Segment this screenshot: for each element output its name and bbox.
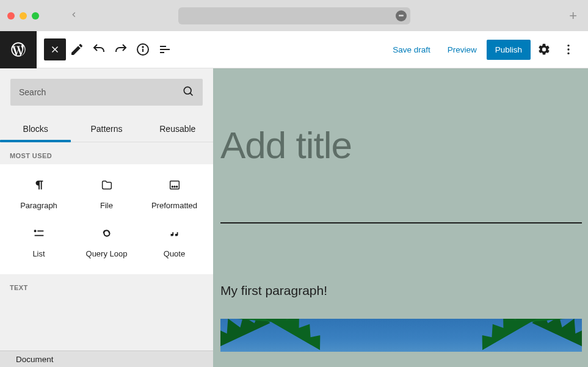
info-icon[interactable]: [132, 38, 154, 60]
editor-canvas[interactable]: Add title My first paragraph!: [213, 68, 588, 367]
block-label: Quote: [164, 249, 185, 258]
block-label: List: [32, 249, 45, 258]
window-minimize-button[interactable]: [20, 12, 27, 20]
svg-point-15: [174, 186, 175, 187]
list-icon: [32, 226, 46, 241]
outline-icon[interactable]: [154, 38, 176, 60]
tab-patterns[interactable]: Patterns: [71, 116, 142, 142]
window-zoom-button[interactable]: [32, 12, 39, 20]
traffic-lights: [7, 12, 39, 20]
palm-right: [490, 319, 582, 352]
wordpress-logo[interactable]: [0, 31, 37, 68]
edit-tool-icon[interactable]: [66, 38, 88, 60]
app-window: ••• + Save draft Preview Publish: [0, 0, 588, 367]
block-grid-most-used: Paragraph File Preformatted: [0, 164, 213, 269]
search-input[interactable]: [19, 87, 182, 97]
svg-point-4: [142, 46, 143, 47]
block-paragraph[interactable]: Paragraph: [5, 167, 73, 215]
document-footer[interactable]: Document: [0, 351, 213, 367]
main-area: Blocks Patterns Reusable MOST USED Parag…: [0, 68, 588, 367]
svg-point-10: [567, 53, 569, 54]
section-text-label: TEXT: [0, 274, 213, 296]
window-titlebar: ••• +: [0, 0, 588, 31]
redo-icon[interactable]: [110, 38, 132, 60]
preview-button[interactable]: Preview: [440, 40, 484, 59]
tab-blocks[interactable]: Blocks: [0, 116, 71, 142]
block-query-loop[interactable]: Query Loop: [73, 215, 140, 263]
paragraph-icon: [32, 178, 46, 192]
block-label: Query Loop: [86, 249, 128, 258]
block-label: Paragraph: [20, 201, 57, 210]
svg-point-14: [172, 186, 173, 187]
block-label: Preformatted: [151, 201, 197, 210]
search-wrapper: [0, 68, 213, 116]
settings-icon[interactable]: [533, 38, 555, 60]
section-most-used-label: MOST USED: [0, 142, 213, 164]
new-tab-button[interactable]: +: [569, 8, 577, 24]
back-chevron-icon[interactable]: [70, 9, 78, 22]
address-bar[interactable]: •••: [178, 7, 410, 24]
most-used-section: Paragraph File Preformatted: [0, 164, 213, 274]
title-underline: [220, 222, 582, 223]
svg-point-9: [567, 48, 569, 50]
file-icon: [100, 178, 114, 192]
more-options-icon[interactable]: [557, 38, 579, 60]
block-quote[interactable]: Quote: [140, 215, 208, 263]
close-inserter-button[interactable]: [44, 38, 66, 60]
image-block[interactable]: [220, 319, 582, 352]
block-list[interactable]: List: [5, 215, 73, 263]
search-icon: [182, 85, 194, 100]
quote-icon: [167, 226, 182, 241]
save-draft-button[interactable]: Save draft: [385, 40, 438, 59]
block-label: File: [100, 201, 113, 210]
svg-point-11: [184, 87, 191, 94]
block-preformatted[interactable]: Preformatted: [140, 167, 208, 215]
publish-button[interactable]: Publish: [487, 40, 531, 60]
post-title-placeholder[interactable]: Add title: [220, 123, 352, 167]
toolbar-right: Save draft Preview Publish: [385, 38, 588, 60]
search-box[interactable]: [10, 79, 203, 106]
svg-line-12: [190, 93, 192, 95]
preformatted-icon: [167, 178, 182, 192]
svg-rect-13: [170, 181, 179, 189]
paragraph-block[interactable]: My first paragraph!: [220, 283, 327, 298]
svg-point-17: [34, 230, 35, 231]
tab-reusable[interactable]: Reusable: [142, 116, 213, 142]
ellipsis-icon[interactable]: •••: [396, 10, 407, 21]
inserter-tabs: Blocks Patterns Reusable: [0, 116, 213, 142]
svg-point-8: [567, 45, 569, 46]
editor-toolbar: Save draft Preview Publish: [0, 31, 588, 68]
block-inserter-panel: Blocks Patterns Reusable MOST USED Parag…: [0, 68, 213, 367]
palm-left: [220, 319, 312, 352]
query-loop-icon: [100, 226, 114, 241]
undo-icon[interactable]: [88, 38, 110, 60]
svg-point-16: [176, 186, 177, 187]
block-file[interactable]: File: [73, 167, 140, 215]
window-close-button[interactable]: [7, 12, 15, 20]
